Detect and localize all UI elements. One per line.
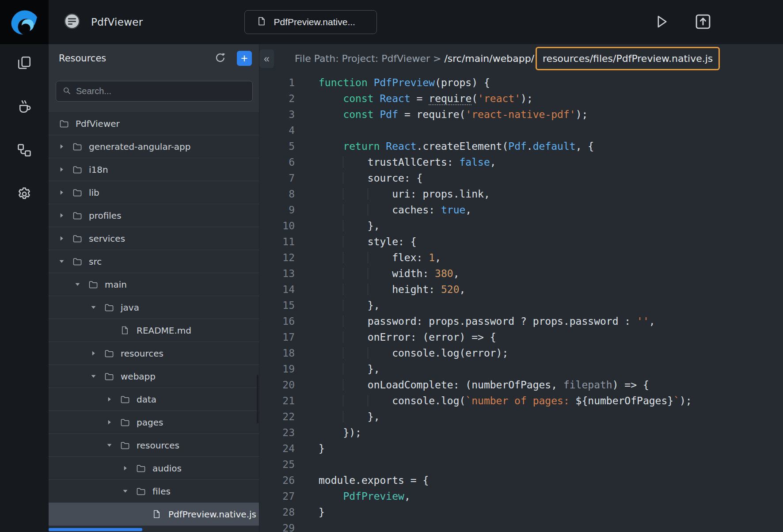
line-number: 10 [259,218,295,234]
code-line: 18 console.log(error); [259,345,783,361]
line-number: 16 [259,313,295,329]
code-line: 10 }, [259,218,783,234]
folder-icon [72,164,83,175]
tree-item[interactable]: pages [49,411,259,434]
file-path-highlight: resources/files/PdfPreview.native.js [536,47,720,70]
search-input[interactable] [76,86,246,96]
coffee-icon [16,99,32,116]
tree-item[interactable]: audios [49,457,259,480]
line-number: 29 [259,520,295,532]
tree-item[interactable]: services [49,227,259,250]
line-number: 21 [259,393,295,409]
tree-item[interactable]: i18n [49,158,259,181]
tree-item[interactable]: src [49,250,259,273]
code-line: 20 onLoadComplete: (numberOfPages, filep… [259,377,783,393]
search-icon [62,86,71,97]
workflow-button[interactable] [16,142,32,160]
line-number: 15 [259,297,295,313]
folder-icon [136,486,147,497]
open-file-tab-label: PdfPreview.native... [274,17,355,27]
chevron-right-icon[interactable] [122,465,136,471]
line-number: 12 [259,250,295,266]
code-line: 3 const Pdf = require('react-native-pdf'… [259,106,783,122]
tree-item-label: files [152,486,171,497]
tree-item-label: README.md [137,325,191,336]
line-number: 26 [259,472,295,488]
chevron-right-icon[interactable] [91,350,104,356]
line-number: 24 [259,441,295,456]
tree-item[interactable]: generated-angular-app [49,135,259,158]
line-number: 18 [259,345,295,361]
tree-item[interactable]: README.md [49,319,259,342]
export-button[interactable] [694,12,712,32]
chevron-down-icon[interactable] [91,304,104,310]
brand-logo[interactable] [0,0,49,44]
tree-item-label: services [89,233,125,244]
chevron-right-icon[interactable] [59,190,72,195]
chevron-right-icon[interactable] [59,236,72,241]
tree-item[interactable]: resources [49,434,259,457]
refresh-button[interactable] [214,52,226,65]
collapse-panel-button[interactable]: « [259,49,274,68]
tree-item[interactable]: java [49,296,259,319]
tree-item[interactable]: data [49,388,259,411]
folder-icon [120,417,131,428]
line-number: 3 [259,106,295,122]
chevron-down-icon[interactable] [91,373,104,379]
tree-item[interactable]: PdfPreview.native.js [49,503,259,526]
topbar: PdfViewer PdfPreview.native... [0,0,783,44]
open-file-tab[interactable]: PdfPreview.native... [244,10,377,34]
tree-item-label: profiles [89,210,122,221]
file-path-segment: /src/main/webapp/ [444,53,534,64]
vertical-scrollbar[interactable] [257,375,258,423]
code-line: 11 style: { [259,234,783,250]
file-path-segment: Project: PdfViewer > [342,53,445,64]
file-icon [256,16,267,29]
line-number: 7 [259,170,295,186]
file-path-segment: File Path: [295,53,342,64]
folder-icon [104,371,115,382]
chevron-down-icon[interactable] [122,488,136,494]
chevron-down-icon[interactable] [59,258,72,264]
tree-item[interactable]: profiles [49,204,259,227]
code-line: 24} [259,441,783,456]
coffee-button[interactable] [16,99,32,116]
add-button[interactable]: + [237,51,252,66]
folder-icon [88,279,99,290]
chevron-right-icon[interactable] [59,213,72,218]
line-number: 14 [259,281,295,297]
tree-item[interactable]: lib [49,181,259,204]
code-line: 2 const React = require('react'); [259,91,783,106]
code-line: 17 onError: (error) => { [259,329,783,345]
settings-button[interactable] [16,186,32,203]
code-line: 29 [259,520,783,532]
tree-item[interactable]: resources [49,342,259,365]
documents-button[interactable] [16,55,32,72]
code-line: 12 flex: 1, [259,250,783,266]
search-section [49,72,259,112]
chevron-right-icon[interactable] [106,419,120,425]
search-box[interactable] [56,81,253,102]
run-button[interactable] [653,13,670,31]
plus-icon: + [241,53,248,65]
tree-item-label: data [137,394,156,405]
file-icon [120,325,131,336]
file-icon [152,509,163,520]
chevron-right-icon[interactable] [59,167,72,172]
tree-item[interactable]: PdfViewer [49,112,259,135]
line-number: 17 [259,329,295,345]
chevron-down-icon[interactable] [75,281,88,287]
tree-item-label: audios [152,463,182,474]
tree-item[interactable]: webapp [49,365,259,388]
copy-icon [16,55,32,72]
tree-item[interactable]: files [49,480,259,503]
chevron-right-icon[interactable] [59,144,72,149]
line-number: 9 [259,202,295,218]
code-editor[interactable]: 1function PdfPreview(props) {2 const Rea… [259,72,783,532]
chevron-right-icon[interactable] [106,396,120,402]
tree-item[interactable]: main [49,273,259,296]
horizontal-scrollbar[interactable] [49,528,142,531]
chevron-down-icon[interactable] [106,442,120,448]
code-line: 16 password: props.password ? props.pass… [259,313,783,329]
folder-icon [136,463,147,474]
